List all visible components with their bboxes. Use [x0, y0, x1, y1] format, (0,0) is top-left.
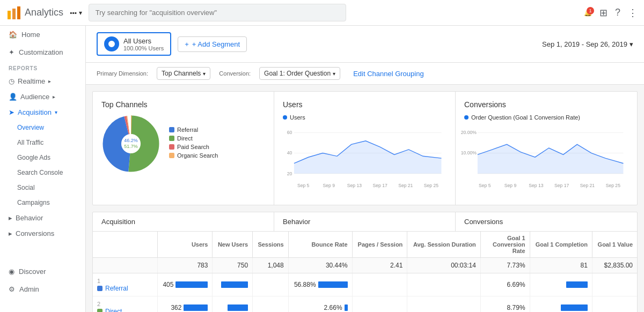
sidebar-item-realtime[interactable]: ◷ Realtime ▸: [0, 73, 85, 89]
totals-row: 783 750 1,048 30.44% 2.41 00:03:14 7.73%…: [93, 258, 637, 273]
sidebar-item-conversions[interactable]: ▸ Conversions: [0, 226, 85, 241]
svg-text:Sep 21: Sep 21: [398, 183, 413, 188]
add-segment-button[interactable]: + + Add Segment: [178, 36, 247, 52]
total-users: 783: [157, 258, 213, 273]
legend-label: Referral: [177, 127, 198, 133]
legend-paid-search: Paid Search: [169, 144, 218, 150]
conversion-label: Conversion:: [219, 70, 251, 77]
sidebar-sub-search-console[interactable]: Search Console: [0, 165, 85, 180]
svg-text:Sep 13: Sep 13: [347, 183, 362, 188]
legend-organic-search: Organic Search: [169, 152, 218, 159]
pages-session-col-header[interactable]: Pages / Session: [352, 232, 407, 258]
sidebar-sub-all-traffic[interactable]: All Traffic: [0, 135, 85, 150]
chevron-down-icon: ▾: [79, 9, 82, 17]
completion-col-header[interactable]: Goal 1 Completion: [530, 232, 592, 258]
audience-icon: 👤: [9, 93, 17, 101]
sessions-col-header[interactable]: Sessions: [253, 232, 289, 258]
users-bar: [184, 304, 208, 311]
help-icon[interactable]: ?: [615, 7, 620, 18]
sidebar-item-acquisition[interactable]: ➤ Acquisition ▾: [0, 105, 85, 120]
sidebar-item-home[interactable]: 🏠 Home: [0, 26, 85, 43]
date-range-text: Sep 1, 2019 - Sep 26, 2019: [542, 40, 627, 48]
content-area: All Users 100.00% Users + + Add Segment …: [86, 26, 644, 312]
conversions-group-header: Conversions: [456, 212, 637, 231]
svg-text:10.00%: 10.00%: [461, 150, 477, 155]
conversion-rate-cell: 6.69%: [480, 273, 530, 296]
dropdown-arrow-icon: ▾: [333, 71, 335, 77]
svg-text:Sep 5: Sep 5: [297, 183, 310, 188]
profile-selector[interactable]: ▪▪▪ ▾: [70, 9, 82, 17]
users-legend-label: Users: [290, 114, 305, 121]
sidebar-item-audience[interactable]: 👤 Audience ▸: [0, 89, 85, 105]
svg-rect-0: [8, 11, 11, 19]
charts-section: Top Channels 46.2% 51.7%: [92, 91, 638, 205]
conversion-value: Goal 1: Order Question: [264, 70, 331, 77]
sidebar-item-label: Behavior: [16, 214, 43, 222]
sidebar-item-admin[interactable]: ⚙ Admin: [0, 280, 85, 298]
table-group-headers: Acquisition Behavior Conversions: [93, 212, 637, 232]
paid-color: [169, 144, 174, 150]
search-bar[interactable]: [89, 4, 346, 21]
admin-icon: ⚙: [9, 285, 15, 293]
sidebar-item-label: Conversions: [16, 229, 54, 237]
date-range-selector[interactable]: Sep 1, 2019 - Sep 26, 2019 ▾: [542, 40, 633, 48]
channel-cell: 2 Direct: [93, 296, 157, 313]
direct-link[interactable]: Direct: [97, 308, 153, 312]
legend-direct: Direct: [169, 135, 218, 142]
apps-icon[interactable]: ⊞: [599, 7, 608, 19]
profile-icon: ▪▪▪: [70, 9, 77, 17]
bounce-bar: [318, 281, 348, 288]
sidebar-sub-campaigns[interactable]: Campaigns: [0, 195, 85, 210]
table-header-row: Users New Users Sessions Bounce Rate Pag…: [93, 232, 637, 258]
sidebar-sub-overview[interactable]: Overview: [0, 120, 85, 135]
sidebar-sub-social[interactable]: Social: [0, 180, 85, 195]
all-users-segment[interactable]: All Users 100.00% Users: [97, 32, 171, 56]
sidebar-reports-label: REPORTS: [0, 61, 85, 73]
channel-col-header[interactable]: [93, 232, 157, 258]
discover-icon: ◉: [9, 268, 14, 276]
new-users-bar: [221, 281, 248, 288]
conversion-rate-col-header[interactable]: Goal 1 Conversion Rate: [480, 232, 530, 258]
analytics-logo-icon: [6, 5, 21, 20]
more-icon[interactable]: ⋮: [628, 7, 638, 19]
total-avg-duration: 00:03:14: [407, 258, 481, 273]
legend-label: Paid Search: [177, 144, 209, 150]
notification-icon[interactable]: 🔔 1: [584, 9, 592, 17]
segment-info: All Users 100.00% Users: [123, 37, 164, 51]
sidebar-item-label: Admin: [19, 285, 39, 293]
svg-text:Sep 21: Sep 21: [580, 183, 595, 188]
referral-link[interactable]: Referral: [97, 285, 153, 292]
sidebar-sub-google-ads[interactable]: Google Ads: [0, 150, 85, 165]
bounce-rate-col-header[interactable]: Bounce Rate: [288, 232, 352, 258]
svg-rect-1: [12, 9, 16, 19]
sidebar-item-customization[interactable]: ✦ Customization: [0, 43, 85, 61]
users-bar: [175, 281, 208, 288]
value-col-header[interactable]: Goal 1 Value: [592, 232, 637, 258]
new-users-col-header[interactable]: New Users: [213, 232, 253, 258]
svg-rect-2: [17, 6, 20, 19]
pie-container: 46.2% 51.7% Referral Direct: [101, 114, 265, 173]
svg-text:60: 60: [287, 130, 292, 135]
bounce-rate-cell: 2.66%: [288, 296, 352, 313]
pie-legend: Referral Direct Paid Search Organic: [169, 127, 218, 161]
main-layout: 🏠 Home ✦ Customization REPORTS ◷ Realtim…: [0, 26, 644, 312]
search-input[interactable]: [89, 4, 346, 21]
users-col-header[interactable]: Users: [157, 232, 213, 258]
chevron-right-icon: ▸: [48, 78, 51, 84]
topbar-actions: 🔔 1 ⊞ ? ⋮: [584, 7, 638, 19]
conversion-dropdown[interactable]: Goal 1: Order Question ▾: [259, 67, 340, 80]
conversions-title: Conversions: [464, 100, 628, 109]
svg-text:Sep 13: Sep 13: [529, 183, 543, 188]
completion-cell: [530, 296, 592, 313]
completion-bar: [561, 304, 588, 311]
sidebar-item-label: Customization: [19, 48, 63, 56]
edit-channel-grouping-link[interactable]: Edit Channel Grouping: [353, 70, 424, 78]
sidebar-item-discover[interactable]: ◉ Discover: [0, 263, 85, 280]
realtime-icon: ◷: [9, 77, 14, 85]
users-cell: 362: [157, 296, 213, 313]
total-completion: 81: [530, 258, 592, 273]
sidebar-item-behavior[interactable]: ▸ Behavior: [0, 210, 85, 226]
legend-label: Direct: [177, 135, 193, 142]
primary-dimension-dropdown[interactable]: Top Channels ▾: [157, 67, 210, 80]
avg-duration-col-header[interactable]: Avg. Session Duration: [407, 232, 481, 258]
